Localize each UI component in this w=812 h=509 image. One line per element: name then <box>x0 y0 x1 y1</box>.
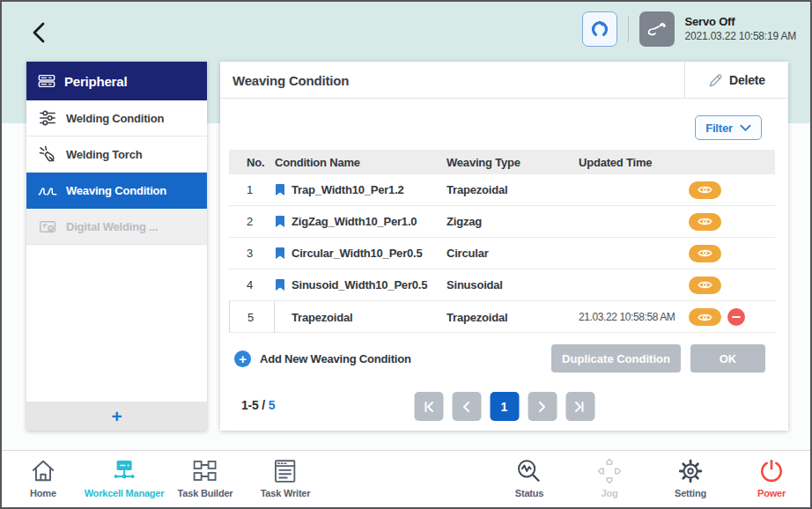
condition-name: Trap_Width10_Per1.2 <box>292 183 404 196</box>
condition-name-cell: Sinusoid_Width10_Per0.5 <box>275 278 447 291</box>
nav-item-jog: Jog <box>595 458 624 498</box>
nav-item-power[interactable]: Power <box>757 458 786 498</box>
view-details-button[interactable] <box>689 245 721 262</box>
next-page-button[interactable] <box>528 392 557 421</box>
add-new-weaving-condition-button[interactable]: + Add New Weaving Condition <box>234 350 411 367</box>
sidebar-item-label: Weaving Condition <box>66 184 166 197</box>
sidebar-item-label: Digital Welding ... <box>66 220 158 233</box>
sidebar-empty-area <box>26 245 207 402</box>
plus-circle-icon: + <box>234 350 251 367</box>
nav-item-task-builder[interactable]: Task Builder <box>178 458 233 498</box>
table-row[interactable]: 2 ZigZag_Width10_Per1.0 Zigzag <box>229 206 775 238</box>
row-number: 4 <box>229 278 275 291</box>
table-row[interactable]: 3 Circular_Width10_Per0.5 Circular <box>229 238 775 269</box>
weaving-type: Sinusoidal <box>447 278 579 291</box>
sidebar-add-button[interactable]: + <box>26 402 207 431</box>
gear-icon <box>677 458 704 484</box>
back-button[interactable] <box>26 19 53 46</box>
table-row-editing[interactable]: 5 Trapezoidal Trapezoidal 21.03.22 10:58… <box>229 301 775 333</box>
nav-label: Task Writer <box>261 488 311 498</box>
condition-name: Circular_Width10_Per0.5 <box>292 247 422 260</box>
bookmark-icon <box>275 278 285 291</box>
nav-item-workcell-manager[interactable]: Workcell Manager <box>85 458 165 498</box>
peripheral-sidebar: Peripheral Welding Condition <box>26 62 207 431</box>
sidebar-title: Peripheral <box>64 74 127 89</box>
nav-item-task-writer[interactable]: Task Writer <box>261 458 311 498</box>
servo-recovery-button[interactable] <box>582 11 617 47</box>
last-page-button[interactable] <box>565 392 594 421</box>
task-writer-icon <box>272 458 299 484</box>
nav-label: Setting <box>675 488 706 498</box>
nav-item-setting[interactable]: Setting <box>675 458 706 498</box>
sidebar-item-digital-welding: Digital Welding ... <box>26 209 207 245</box>
pagination-range: 1-5 / <box>241 398 265 412</box>
remove-row-button[interactable] <box>727 308 745 326</box>
sidebar-header-peripheral: Peripheral <box>26 62 207 100</box>
nav-label: Jog <box>602 488 618 498</box>
bookmark-icon <box>275 183 285 196</box>
servo-timestamp: 2021.03.22 10:58:19 AM <box>685 30 796 43</box>
row-number: 3 <box>229 247 275 260</box>
prev-page-button[interactable] <box>452 392 481 421</box>
column-header-condition-name: Condition Name <box>275 156 447 169</box>
chevron-down-icon <box>740 124 751 132</box>
nav-label: Home <box>30 488 56 498</box>
delete-button[interactable]: Delete <box>684 62 788 99</box>
duplicate-condition-button[interactable]: Duplicate Condition <box>551 344 681 373</box>
eye-icon <box>698 280 712 290</box>
add-new-label: Add New Weaving Condition <box>260 352 411 365</box>
column-header-weaving-type: Weaving Type <box>447 156 579 169</box>
add-new-section: + Add New Weaving Condition Duplicate Co… <box>220 334 788 383</box>
nav-item-status[interactable]: Status <box>515 458 543 498</box>
weaving-loops-icon <box>38 184 57 198</box>
eye-icon <box>698 185 712 195</box>
condition-name-cell: ZigZag_Width10_Per1.0 <box>275 215 447 228</box>
view-details-button[interactable] <box>689 181 721 199</box>
chevron-right-icon <box>535 399 550 415</box>
status-magnifier-icon <box>516 458 543 484</box>
row-number: 1 <box>229 183 275 196</box>
weaving-type: Circular <box>447 247 579 260</box>
nav-item-home[interactable]: Home <box>30 458 56 498</box>
column-header-no: No. <box>229 156 275 169</box>
back-chevron-icon <box>26 19 53 46</box>
sliders-icon <box>38 109 57 127</box>
servo-status-block: Servo Off 2021.03.22 10:58:19 AM <box>685 15 796 42</box>
weaving-condition-panel: Weaving Condition Delete Filter No. Cond… <box>220 62 788 431</box>
sidebar-item-weaving-condition[interactable]: Weaving Condition <box>26 173 207 209</box>
first-page-button[interactable] <box>414 392 443 421</box>
ok-button[interactable]: OK <box>690 344 765 373</box>
updated-time: 21.03.22 10:58:58 AM <box>579 311 689 323</box>
sidebar-item-welding-condition[interactable]: Welding Condition <box>26 100 207 136</box>
filter-label: Filter <box>705 122 733 135</box>
task-builder-icon <box>191 458 219 484</box>
nav-label: Task Builder <box>178 488 233 498</box>
view-details-button[interactable] <box>689 277 721 294</box>
condition-name-cell: Circular_Width10_Per0.5 <box>275 247 447 260</box>
condition-name: ZigZag_Width10_Per1.0 <box>292 215 417 228</box>
robot-status-chip[interactable] <box>639 11 675 47</box>
table-row[interactable]: 1 Trap_Width10_Per1.2 Trapezoidal <box>229 174 775 206</box>
filter-button[interactable]: Filter <box>695 115 762 140</box>
view-details-button[interactable] <box>689 308 721 326</box>
bookmark-icon <box>275 215 285 228</box>
condition-name: Trapezoidal <box>292 311 352 324</box>
page-title: Weaving Condition <box>233 62 349 99</box>
sidebar-item-welding-torch[interactable]: Welding Torch <box>26 136 207 173</box>
robot-arm-icon <box>645 17 669 41</box>
column-header-updated-time: Updated Time <box>579 156 689 169</box>
jog-dpad-icon <box>595 458 624 484</box>
page-1-button[interactable]: 1 <box>490 392 519 421</box>
view-details-button[interactable] <box>689 213 721 231</box>
pagination-total: 5 <box>269 398 276 412</box>
eye-icon <box>698 248 712 258</box>
pagination-count: 1-5 / 5 <box>241 398 275 412</box>
header-divider <box>628 16 629 42</box>
condition-name-cell: Trap_Width10_Per1.2 <box>275 183 447 196</box>
welder-machine-icon <box>38 218 57 235</box>
nav-label: Power <box>757 488 786 498</box>
table-row[interactable]: 4 Sinusoid_Width10_Per0.5 Sinusoidal <box>229 269 775 301</box>
plus-icon: + <box>111 406 122 427</box>
servo-status-text: Servo Off <box>685 15 796 29</box>
first-page-icon <box>421 399 437 415</box>
